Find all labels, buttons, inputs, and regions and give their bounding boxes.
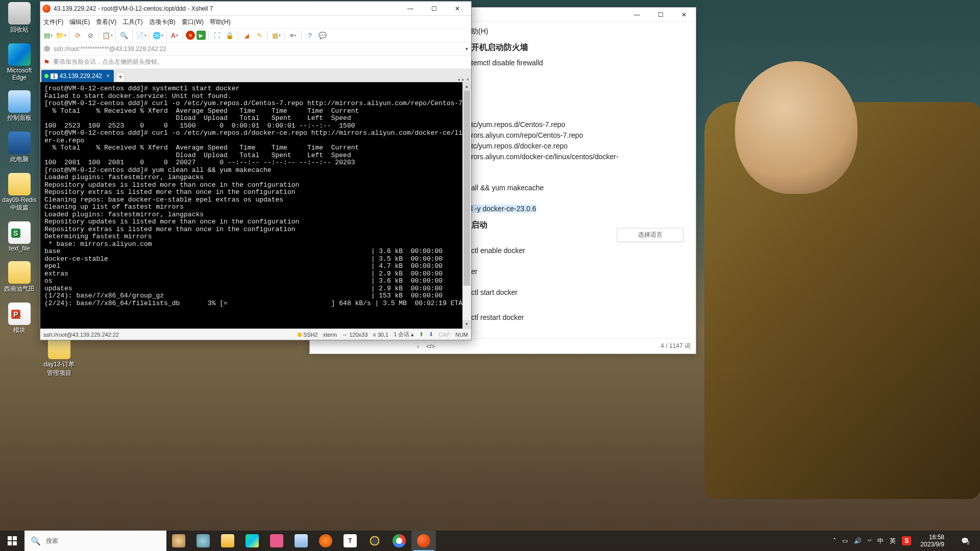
minimize-button[interactable]: — [625,8,649,22]
control-panel-icon [8,90,31,113]
menu-fragment: 助(H) [471,26,685,37]
session-tab[interactable]: 1 43.139.229.242 × [41,70,114,82]
xshell-window[interactable]: 43.139.229.242 - root@VM-0-12-centos:/op… [40,1,472,340]
menu-tabs[interactable]: 选项卡(B) [149,18,176,27]
folder-icon [8,173,31,195]
scroll-up[interactable]: ▲ [462,82,471,91]
task-pycharm[interactable] [240,531,264,551]
ime-zh[interactable]: 中 [877,537,884,545]
code-line: tc/yum.repos.d/docker-ce.repo [471,141,685,152]
address-bar[interactable]: ssh://root:************@43.139.229.242:2… [40,42,471,56]
find-button[interactable]: 🔍 [118,30,130,41]
word-count: 4 / 1147 词 [660,342,691,350]
lock-button[interactable]: 🔒 [224,30,235,41]
scrollbar[interactable]: ▲ ▼ [462,82,471,329]
xftp-button[interactable]: ▶ [197,31,206,40]
minimize-button[interactable]: — [399,2,422,16]
presentation-icon [8,303,31,325]
clock[interactable]: 16:58 2023/9/9 [917,534,947,548]
session-tabbar: 1 43.139.229.242 × + ◂ ▸ ▾ [40,69,471,82]
close-button[interactable]: ✕ [446,2,469,16]
nav-back[interactable]: ‹ [417,343,419,350]
reconnect-button[interactable]: ⟳ [72,30,83,41]
folder-day13[interactable]: day13-订单管理项目 [42,337,77,378]
tab-prev[interactable]: ◂ [457,77,460,82]
help-button[interactable]: ? [304,30,315,41]
tray-wifi-icon[interactable]: ⌔ [868,537,871,544]
xshell-titlebar[interactable]: 43.139.229.242 - root@VM-0-12-centos:/op… [40,2,471,16]
toolbar: ▤ 📁 ⟳ ⊘ 📋 🔍 📄 🌐 A ✕ ▶ ⛶ 🔒 ◢ ✎ ▦ ≡ ? 💬 [40,28,471,42]
copy-button[interactable]: 📋 [102,30,113,41]
ime-en[interactable]: 英 [890,537,896,545]
task-app-circle[interactable] [362,531,387,551]
task-explorer[interactable] [215,531,240,551]
status-term: xterm [323,332,337,338]
fullscreen-button[interactable]: ⛶ [211,30,223,41]
folder-day09[interactable]: day09-Redis中级篇 [2,173,37,212]
task-jellyfish2[interactable] [191,531,215,551]
tray-chevron[interactable]: ˄ [833,537,836,544]
code-line: er [471,266,685,277]
task-notepad[interactable] [289,531,313,551]
menu-view[interactable]: 查看(V) [96,18,116,27]
task-xshell[interactable] [411,531,436,551]
ime-sogou-icon[interactable]: S [902,536,911,545]
feedback-button[interactable]: 💬 [317,30,328,41]
tool1-button[interactable]: ◢ [241,30,252,41]
scroll-down[interactable]: ▼ [462,320,471,329]
taskbar: 🔍 搜索 T ˄ ▭ 🔊 ⌔ 中 英 S 16:58 2023/9/9 💬2 [0,531,980,551]
task-jellyfish[interactable] [166,531,191,551]
disconnect-button[interactable]: ⊘ [85,30,96,41]
file-template[interactable]: 模块 [2,303,37,335]
new-session-button[interactable]: ▤ [42,30,54,41]
code-line: temctl disable firewalld [471,58,685,68]
menu-tools[interactable]: 工具(T) [122,18,142,27]
tab-close-icon[interactable]: × [106,72,110,80]
this-pc-shortcut[interactable]: 此电脑 [2,132,37,164]
task-text[interactable]: T [338,531,362,551]
menu-window[interactable]: 窗口(W) [182,18,204,27]
view-button[interactable]: ≡ [287,30,299,41]
scroll-thumb[interactable] [463,91,470,286]
tray-volume-icon[interactable]: 🔊 [854,537,862,544]
scroll-track[interactable] [462,91,471,320]
edge-shortcut[interactable]: Microsoft Edge [2,43,37,81]
folder-xnyqt[interactable]: 西南油气田 [2,261,37,293]
close-button[interactable]: ✕ [672,8,696,22]
font-button[interactable]: A [169,30,180,41]
file-textfile[interactable]: text_file [2,221,37,252]
highlight-button[interactable]: ✎ [254,30,265,41]
maximize-button[interactable]: ☐ [422,2,446,16]
search-box[interactable]: 🔍 搜索 [24,531,166,551]
hint-text: 要添加当前会话，点击左侧的箭头按钮。 [53,58,163,66]
tab-next[interactable]: ▸ [462,77,464,82]
maximize-button[interactable]: ☐ [649,8,672,22]
task-chrome[interactable] [387,531,411,551]
globe-button[interactable]: 🌐 [152,30,163,41]
notification-button[interactable]: 💬2 [953,531,976,551]
language-select-button[interactable]: 选择语言 [617,228,683,242]
task-app-pink[interactable] [264,531,289,551]
start-button[interactable] [0,531,24,551]
open-button[interactable]: 📁 [55,30,66,41]
menu-file[interactable]: 文件(F) [43,18,63,27]
menu-help[interactable]: 帮助(H) [210,18,231,27]
tray-meet-now-icon[interactable]: ▭ [842,537,848,544]
menubar: 文件(F) 编辑(E) 查看(V) 工具(T) 选项卡(B) 窗口(W) 帮助(… [40,16,471,28]
svg-rect-2 [8,541,12,545]
paste-button[interactable]: 📄 [135,30,146,41]
recycle-bin[interactable]: 回收站 [2,2,37,34]
status-sessions[interactable]: 1 会话 ▴ [394,331,414,338]
control-panel-shortcut[interactable]: 控制面板 [2,90,37,122]
connected-icon [44,74,48,78]
svg-rect-1 [13,536,17,540]
xagent-button[interactable]: ✕ [186,31,195,40]
tab-list[interactable]: ▾ [467,77,469,82]
address-dropdown[interactable]: ▾ [465,46,468,52]
new-tab-button[interactable]: + [116,72,125,82]
layout-button[interactable]: ▦ [271,30,282,41]
terminal[interactable]: [root@VM-0-12-centos ddd]# systemctl sta… [40,82,462,329]
menu-edit[interactable]: 编辑(E) [69,18,90,27]
task-everything[interactable] [313,531,338,551]
nav-code[interactable]: </> [426,343,435,350]
